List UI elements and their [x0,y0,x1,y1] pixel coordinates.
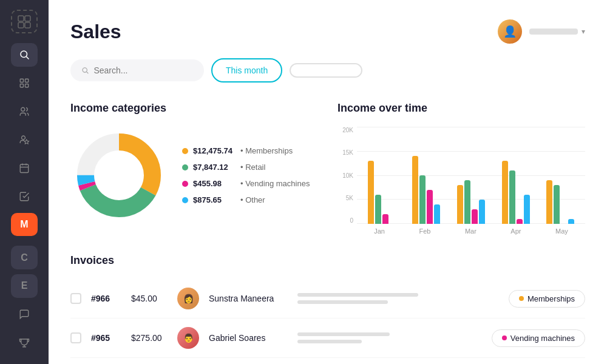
user-dropdown[interactable]: ▾ [529,27,585,36]
svg-point-24 [96,152,142,198]
invoice-name-sunstra: Sunstra Maneera [209,294,288,303]
tag-dot-vending [502,335,507,340]
income-categories-section: Income categories [70,102,318,235]
sidebar-item-starred[interactable] [11,128,38,152]
sidebar-item-tasks[interactable] [11,184,38,208]
content-grid: Income categories [70,102,585,235]
invoice-name-gabriel: Gabriel Soares [209,333,288,343]
invoices-title: Invoices [70,254,585,267]
page-title: Sales [70,21,121,43]
svg-rect-8 [20,84,23,87]
invoice-checkbox-966[interactable] [70,293,81,304]
invoice-checkbox-965[interactable] [70,332,81,343]
invoice-amount-965: $275.00 [131,333,168,343]
vending-label: • Vending machines [240,179,310,188]
retail-label: • Retail [240,163,265,172]
bar-apr-memberships [502,161,508,224]
svg-point-11 [22,136,25,140]
x-label-apr: Apr [510,228,521,235]
bar-feb-retail [419,175,426,224]
header-right: 👤 ▾ [498,19,585,44]
bar-mar-retail [464,180,470,224]
sidebar-item-search[interactable] [11,43,38,67]
invoice-progress-966 [297,293,499,304]
svg-rect-3 [25,22,30,28]
sidebar-item-trophy[interactable] [11,331,38,354]
svg-rect-0 [18,16,24,21]
sidebar-item-c[interactable]: C [11,246,38,269]
bar-may-other [568,219,574,224]
income-over-time-section: Income over time 20K 15K 10K 5K 0 [337,102,585,235]
svg-rect-7 [25,79,29,82]
tag-label-vending: Vending machines [510,334,575,343]
bar-apr-retail [509,170,515,224]
bar-jan-retail [375,195,381,224]
search-input[interactable] [93,66,193,75]
dropdown-arrow[interactable]: ▾ [582,27,585,36]
svg-marker-12 [24,140,29,144]
invoice-bar-top-965 [297,332,390,336]
sidebar-item-m[interactable]: M [11,213,38,237]
main-content: Sales 👤 ▾ This month Income categories [49,0,607,364]
tag-label-memberships: Memberships [527,294,575,303]
search-icon [81,66,89,75]
search-box[interactable] [70,59,204,81]
bar-jan-vending [382,214,388,224]
memberships-dot [182,148,188,154]
other-label: • Other [240,195,265,204]
avatar-gabriel: 👨 [177,327,199,349]
bar-group-feb [412,156,440,224]
svg-rect-9 [25,84,29,87]
legend-item-memberships: $12,475.74 • Memberships [182,146,310,155]
bar-group-may [546,180,574,224]
filter-this-month[interactable]: This month [211,58,282,83]
invoice-amount-966: $45.00 [131,294,168,303]
y-label-20k: 20K [337,127,353,133]
invoice-tag-vending: Vending machines [492,329,585,347]
svg-point-17 [83,68,87,72]
bar-chart: 20K 15K 10K 5K 0 [337,127,585,235]
legend-item-retail: $7,847.12 • Retail [182,163,310,172]
invoice-number-966: #966 [91,294,121,303]
x-label-jan: Jan [374,228,385,235]
invoices-section: Invoices #966 $45.00 👩 Sunstra Maneera M… [70,254,585,358]
sidebar-item-chat[interactable] [11,303,38,326]
bar-group-apr [502,161,530,224]
sidebar-item-e[interactable]: E [11,274,38,298]
sidebar-logo[interactable] [11,10,38,33]
bar-may-memberships [546,180,552,224]
legend: $12,475.74 • Memberships $7,847.12 • Ret… [182,146,310,204]
bar-group-jan [368,161,396,224]
bar-may-retail [554,185,560,224]
x-labels: Jan Feb Mar Apr May [357,228,585,235]
sidebar-item-dashboard[interactable] [11,72,38,95]
svg-rect-2 [18,22,24,28]
bar-apr-vending [517,219,523,224]
retail-dot [182,164,188,170]
toolbar: This month [70,58,585,83]
bar-mar-vending [472,209,478,224]
x-label-may: May [555,228,568,235]
invoice-row-965: #965 $275.00 👨 Gabriel Soares Vending ma… [70,318,585,358]
income-categories-title: Income categories [70,102,318,115]
svg-line-5 [26,57,29,59]
svg-line-18 [87,72,89,73]
memberships-label: • Memberships [240,146,293,155]
bar-apr-other [524,195,530,224]
sidebar-item-calendar[interactable] [11,157,38,180]
svg-rect-1 [25,16,30,21]
bar-feb-other [434,204,440,224]
invoice-progress-965 [297,332,482,343]
other-dot [182,197,188,203]
y-label-15k: 15K [337,149,353,156]
header: Sales 👤 ▾ [70,19,585,44]
memberships-amount: $12,475.74 [193,146,236,155]
sidebar: M C E [0,0,49,364]
bar-feb-memberships [412,156,418,224]
invoice-bar-bottom-965 [297,340,362,343]
bar-mar-other [479,200,485,224]
x-label-mar: Mar [465,228,476,235]
vending-dot [182,181,188,187]
filter-other[interactable] [290,63,362,78]
sidebar-item-users[interactable] [11,99,38,123]
